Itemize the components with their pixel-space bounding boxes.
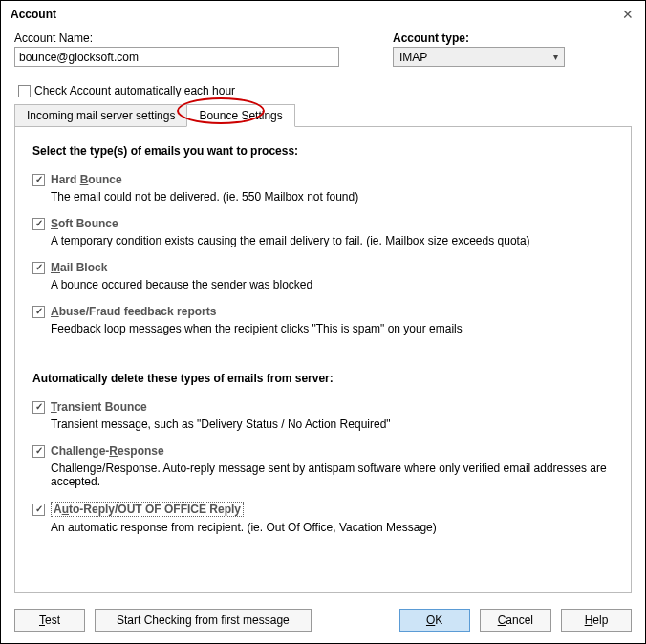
- challenge-label: Challenge-Response: [51, 444, 164, 458]
- help-button[interactable]: Help: [561, 609, 632, 632]
- mail-block-checkbox[interactable]: [32, 262, 45, 274]
- autoreply-label: Auto-Reply/OUT OF OFFICE Reply: [51, 502, 244, 517]
- section2-title: Automatically delete these types of emai…: [32, 372, 614, 385]
- ok-button[interactable]: OK: [399, 609, 470, 632]
- window-title: Account: [11, 8, 56, 21]
- test-button[interactable]: Test: [14, 609, 85, 632]
- cancel-button[interactable]: Cancel: [480, 609, 551, 632]
- auto-check-label: Check Account automatically each hour: [34, 84, 235, 97]
- transient-checkbox[interactable]: [32, 401, 45, 414]
- abuse-desc: Feedback loop messages when the recipien…: [51, 322, 614, 335]
- autoreply-desc: An automatic response from recipient. (i…: [51, 521, 614, 534]
- abuse-label: Abuse/Fraud feedback reports: [51, 305, 216, 318]
- chevron-down-icon: ▾: [547, 52, 564, 62]
- account-type-select[interactable]: IMAP ▾: [393, 47, 565, 67]
- abuse-checkbox[interactable]: [32, 306, 45, 318]
- mail-block-desc: A bounce occured because the sender was …: [51, 278, 614, 291]
- soft-bounce-desc: A temporary condition exists causing the…: [51, 234, 614, 247]
- start-checking-button[interactable]: Start Checking from first message: [95, 609, 312, 632]
- section1-title: Select the type(s) of emails you want to…: [32, 144, 614, 158]
- challenge-desc: Challenge/Response. Auto-reply message s…: [51, 462, 614, 488]
- challenge-checkbox[interactable]: [32, 445, 45, 458]
- tab-strip: Incoming mail server settings Bounce Set…: [14, 103, 632, 127]
- account-type-value: IMAP: [394, 51, 547, 64]
- tab-panel-bounce: Select the type(s) of emails you want to…: [14, 127, 632, 593]
- close-icon[interactable]: ✕: [620, 7, 635, 22]
- autoreply-checkbox[interactable]: [32, 504, 45, 516]
- mail-block-label: Mail Block: [51, 261, 107, 274]
- hard-bounce-label: Hard Bounce: [51, 173, 122, 186]
- soft-bounce-checkbox[interactable]: [32, 218, 45, 230]
- auto-check-checkbox[interactable]: [18, 85, 31, 97]
- transient-label: Transient Bounce: [51, 400, 147, 414]
- hard-bounce-checkbox[interactable]: [32, 174, 45, 186]
- transient-desc: Transient message, such as "Delivery Sta…: [51, 418, 614, 431]
- hard-bounce-desc: The email could not be delivered. (ie. 5…: [51, 190, 614, 204]
- account-name-label: Account Name:: [14, 32, 374, 45]
- tab-bounce-settings[interactable]: Bounce Settings: [186, 104, 294, 127]
- account-name-input[interactable]: [14, 47, 339, 67]
- tab-incoming[interactable]: Incoming mail server settings: [14, 104, 187, 127]
- account-type-label: Account type:: [393, 32, 632, 45]
- soft-bounce-label: Soft Bounce: [51, 217, 118, 230]
